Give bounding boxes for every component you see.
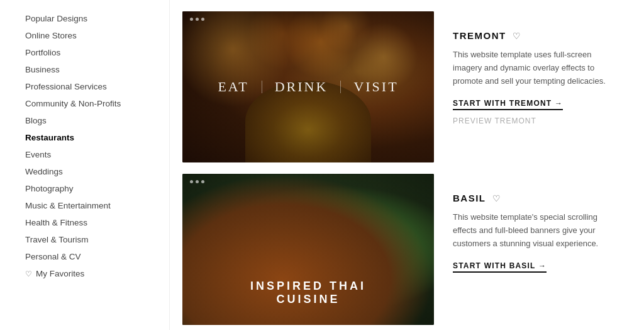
tremont-preview[interactable]: EAT DRINK VISIT	[182, 11, 434, 162]
basil-favorite-button[interactable]: ♡	[492, 193, 501, 203]
sidebar-item-label: Health & Fitness	[25, 218, 87, 227]
sidebar-item-music-entertainment[interactable]: Music & Entertainment	[25, 197, 169, 214]
preview-dot	[190, 18, 193, 21]
sidebar-item-label: My Favorites	[36, 269, 84, 278]
tremont-background: EAT DRINK VISIT	[182, 11, 434, 162]
sidebar-item-label: Music & Entertainment	[25, 201, 111, 210]
tremont-description: This website template uses full-screen i…	[453, 48, 616, 88]
sidebar-item-label: Weddings	[25, 167, 63, 176]
template-card-basil: INSPIRED THAI CUISINE BASIL ♡ This websi…	[182, 174, 625, 325]
template-list: EAT DRINK VISIT TREMONT ♡ This website t…	[170, 0, 644, 330]
sidebar-item-label: Portfolios	[25, 48, 60, 57]
sidebar-item-label: Travel & Tourism	[25, 235, 89, 244]
sidebar-item-label: Blogs	[25, 116, 47, 125]
sidebar-item-travel-tourism[interactable]: Travel & Tourism	[25, 231, 169, 248]
basil-background: INSPIRED THAI CUISINE	[182, 174, 434, 325]
sidebar-item-personal-cv[interactable]: Personal & CV	[25, 248, 169, 265]
template-card-tremont: EAT DRINK VISIT TREMONT ♡ This website t…	[182, 11, 625, 162]
sidebar-item-portfolios[interactable]: Portfolios	[25, 44, 169, 61]
preview-dot	[190, 180, 193, 183]
basil-title-row: BASIL ♡	[453, 193, 625, 203]
sidebar-item-label: Popular Designs	[25, 14, 87, 23]
preview-dot	[196, 180, 199, 183]
tremont-word-visit: VISIT	[353, 79, 398, 95]
sidebar-item-label: Community & Non-Profits	[25, 99, 121, 108]
preview-dots	[190, 18, 204, 21]
sidebar-item-business[interactable]: Business	[25, 61, 169, 78]
preview-dot	[201, 180, 204, 183]
sidebar-item-weddings[interactable]: Weddings	[25, 163, 169, 180]
sidebar-item-online-stores[interactable]: Online Stores	[25, 27, 169, 44]
tremont-favorite-button[interactable]: ♡	[513, 31, 521, 41]
heart-icon: ♡	[25, 270, 32, 278]
basil-start-button[interactable]: START WITH BASIL →	[453, 261, 547, 273]
basil-preview[interactable]: INSPIRED THAI CUISINE	[182, 174, 434, 325]
tremont-preview-button[interactable]: PREVIEW TREMONT	[453, 117, 536, 125]
tremont-start-button[interactable]: START WITH TREMONT →	[453, 99, 563, 110]
sidebar-item-label: Personal & CV	[25, 252, 81, 261]
sidebar-item-label: Restaurants	[25, 133, 74, 142]
sidebar-item-label: Events	[25, 150, 51, 159]
tremont-text-overlay: EAT DRINK VISIT	[218, 79, 398, 95]
sidebar: Popular Designs Online Stores Portfolios…	[0, 0, 170, 330]
sidebar-item-my-favorites[interactable]: ♡ My Favorites	[25, 265, 169, 282]
sidebar-item-label: Online Stores	[25, 31, 77, 40]
basil-description: This website template's special scrollin…	[453, 211, 616, 250]
basil-word-line2: CUISINE	[250, 293, 366, 306]
sidebar-item-events[interactable]: Events	[25, 146, 169, 163]
sidebar-item-label: Business	[25, 65, 60, 74]
tremont-divider	[262, 81, 262, 93]
tremont-word-drink: DRINK	[275, 79, 328, 95]
sidebar-item-photography[interactable]: Photography	[25, 180, 169, 197]
tremont-word-eat: EAT	[218, 79, 248, 95]
sidebar-item-professional-services[interactable]: Professional Services	[25, 78, 169, 95]
basil-text-overlay: INSPIRED THAI CUISINE	[250, 280, 366, 325]
sidebar-item-community-non-profits[interactable]: Community & Non-Profits	[25, 95, 169, 112]
sidebar-item-label: Photography	[25, 184, 74, 193]
basil-word-line1: INSPIRED THAI	[250, 280, 366, 293]
sidebar-item-blogs[interactable]: Blogs	[25, 112, 169, 129]
sidebar-item-popular-designs[interactable]: Popular Designs	[25, 10, 169, 27]
basil-info: BASIL ♡ This website template's special …	[453, 174, 625, 325]
sidebar-item-restaurants[interactable]: Restaurants	[25, 129, 169, 146]
tremont-title-row: TREMONT ♡	[453, 30, 625, 41]
preview-dots	[190, 180, 204, 183]
basil-title: BASIL	[453, 193, 486, 203]
preview-dot	[201, 18, 204, 21]
tremont-divider	[340, 81, 341, 93]
sidebar-item-health-fitness[interactable]: Health & Fitness	[25, 214, 169, 231]
tremont-title: TREMONT	[453, 30, 506, 41]
sidebar-item-label: Professional Services	[25, 82, 107, 91]
preview-dot	[196, 18, 199, 21]
tremont-info: TREMONT ♡ This website template uses ful…	[453, 11, 625, 162]
